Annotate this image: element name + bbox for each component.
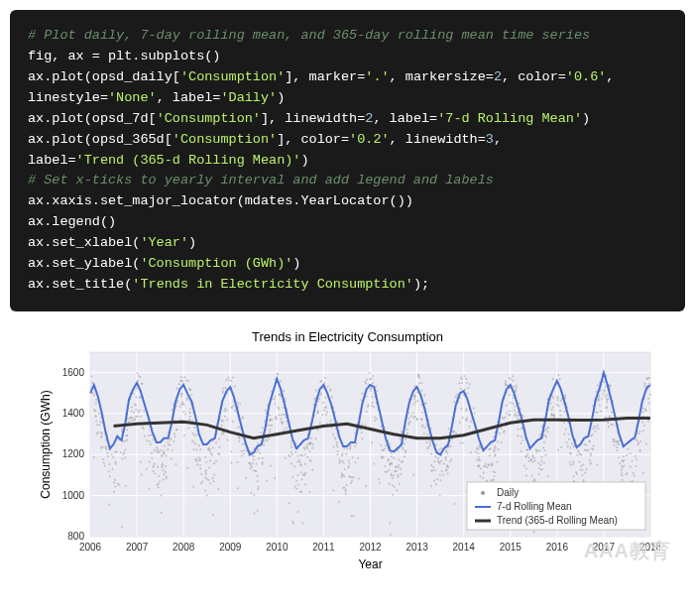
svg-point-719: [388, 469, 390, 471]
svg-point-149: [556, 398, 558, 400]
svg-point-553: [630, 466, 632, 468]
svg-point-359: [121, 526, 123, 528]
svg-point-433: [291, 521, 293, 523]
svg-point-1298: [598, 399, 600, 401]
svg-point-131: [478, 446, 480, 448]
svg-point-525: [622, 475, 624, 477]
svg-point-655: [212, 477, 214, 479]
svg-point-385: [641, 421, 643, 423]
svg-point-1164: [531, 461, 533, 463]
svg-point-1079: [342, 487, 344, 489]
svg-point-1318: [265, 410, 267, 412]
svg-point-185: [473, 408, 475, 410]
svg-point-337: [245, 477, 247, 479]
svg-point-1356: [581, 474, 583, 476]
svg-point-1394: [582, 469, 584, 471]
svg-point-1087: [595, 391, 597, 393]
svg-point-797: [255, 470, 257, 472]
svg-point-752: [308, 450, 310, 452]
svg-point-756: [186, 397, 188, 399]
svg-point-823: [199, 467, 201, 469]
svg-point-419: [633, 472, 635, 474]
svg-point-496: [165, 471, 167, 473]
svg-point-844: [146, 468, 148, 470]
svg-point-139: [440, 460, 442, 462]
svg-point-908: [321, 414, 323, 416]
svg-point-978: [161, 466, 163, 468]
svg-point-954: [399, 483, 401, 485]
svg-point-1167: [232, 421, 234, 423]
svg-point-631: [107, 455, 109, 457]
svg-point-1332: [570, 464, 572, 466]
svg-point-1147: [238, 436, 240, 438]
svg-point-1026: [158, 451, 160, 453]
svg-point-953: [407, 418, 409, 420]
svg-point-1284: [546, 427, 548, 429]
svg-point-551: [338, 501, 340, 503]
svg-point-332: [230, 462, 232, 464]
svg-point-1246: [499, 432, 501, 434]
svg-point-1174: [514, 410, 516, 412]
svg-point-440: [283, 390, 285, 392]
svg-point-1220: [538, 473, 540, 475]
svg-point-1218: [366, 411, 368, 413]
svg-point-247: [482, 477, 484, 479]
svg-point-1122: [426, 441, 428, 443]
svg-point-1353: [131, 420, 133, 422]
svg-point-765: [115, 485, 117, 487]
svg-point-1048: [329, 390, 331, 392]
svg-text:1400: 1400: [62, 408, 85, 419]
svg-point-565: [589, 440, 591, 442]
svg-point-841: [208, 467, 210, 469]
svg-point-661: [262, 457, 264, 459]
svg-point-884: [434, 455, 436, 457]
svg-point-909: [371, 396, 373, 398]
svg-point-1001: [297, 455, 299, 457]
svg-point-1402: [150, 443, 152, 445]
svg-point-478: [366, 379, 368, 381]
svg-point-601: [466, 382, 468, 384]
svg-point-782: [285, 398, 287, 400]
svg-point-793: [185, 380, 187, 382]
svg-point-740: [552, 378, 554, 380]
svg-point-994: [164, 445, 166, 447]
svg-point-1043: [139, 410, 141, 412]
svg-point-660: [389, 443, 391, 445]
svg-point-1324: [400, 473, 402, 475]
svg-point-527: [544, 434, 546, 436]
svg-point-881: [466, 393, 468, 395]
svg-point-707: [398, 458, 400, 460]
svg-point-426: [393, 475, 395, 477]
svg-point-1132: [579, 461, 581, 463]
svg-point-1142: [477, 452, 479, 454]
svg-point-1430: [506, 384, 508, 386]
svg-point-675: [444, 458, 446, 460]
svg-point-1304: [142, 427, 144, 429]
svg-point-1240: [542, 446, 544, 448]
svg-point-166: [540, 456, 542, 458]
svg-text:2009: 2009: [219, 542, 242, 553]
svg-point-406: [331, 396, 333, 398]
svg-point-1163: [225, 387, 227, 389]
svg-point-984: [545, 429, 547, 431]
svg-point-826: [627, 448, 629, 450]
svg-point-618: [361, 431, 363, 433]
svg-point-987: [439, 479, 441, 481]
svg-point-448: [515, 413, 517, 415]
svg-point-806: [544, 454, 546, 456]
svg-point-357: [509, 411, 511, 413]
svg-point-1012: [638, 450, 640, 452]
svg-point-1269: [498, 448, 500, 450]
svg-point-663: [143, 410, 145, 412]
svg-point-1084: [580, 454, 582, 456]
svg-point-1396: [622, 466, 624, 468]
svg-point-454: [354, 445, 356, 447]
svg-point-117: [126, 430, 128, 431]
svg-point-1138: [309, 443, 311, 445]
svg-point-1242: [222, 390, 224, 392]
svg-point-690: [209, 450, 211, 452]
svg-point-1057: [199, 448, 201, 450]
svg-point-955: [404, 442, 405, 444]
svg-point-597: [189, 413, 191, 415]
svg-point-1088: [131, 406, 133, 408]
